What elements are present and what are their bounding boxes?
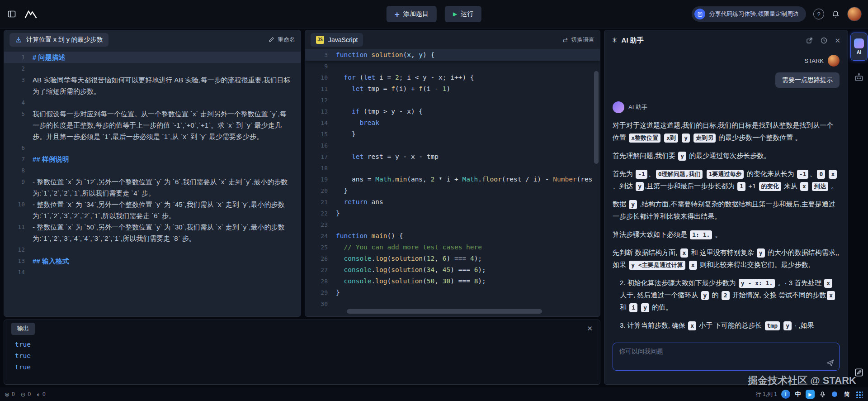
iflytek-input-icon[interactable]: i (781, 390, 790, 399)
chat-user-avatar[interactable] (828, 55, 840, 67)
ime-simplified-icon[interactable]: 简 (842, 390, 851, 399)
code-line[interactable]: 18 (305, 162, 600, 174)
promo-banner[interactable]: 分享代码练习体验,领限量定制周边 (692, 6, 806, 22)
code-line[interactable]: 17 let rest = y - x - tmp (305, 151, 600, 162)
inline-code-chip: i (629, 303, 637, 312)
code-panel: JS JavaScript ⇄ 切换语言 3function solution(… (305, 30, 600, 317)
code-line[interactable]: 11 let tmp = f(i) + f(i - 1) (305, 83, 600, 95)
rename-button[interactable]: 重命名 (268, 36, 295, 44)
ai-assistant-toggle-button[interactable]: AI (850, 33, 868, 61)
code-line[interactable]: 9 (305, 61, 600, 72)
warning-count[interactable]: ⊙0 (21, 391, 31, 398)
pencil-icon (268, 37, 274, 43)
help-icon[interactable]: ? (813, 9, 824, 19)
markdown-row[interactable]: 3AB 实验同学每天都很苦恼如何可以更好地进行 AB 实验,每一步的流程很重要,… (4, 74, 301, 97)
switch-language-button[interactable]: ⇄ 切换语言 (562, 36, 594, 44)
code-text (336, 219, 600, 230)
code-line[interactable]: 25 // You can add more test cases here (305, 242, 600, 253)
juejin-logo-icon[interactable] (24, 9, 37, 19)
code-line[interactable]: 23 (305, 219, 600, 230)
sticky-code-line[interactable]: 3function solution(x, y) { (305, 49, 600, 61)
code-line[interactable]: 13 if (tmp > y - x) { (305, 106, 600, 117)
error-count[interactable]: ⊗0 (5, 391, 15, 398)
code-token: console (344, 266, 371, 273)
run-button[interactable]: ▶ 运行 (445, 6, 481, 22)
code-token: ; i < y - x; i++) { (399, 74, 474, 81)
inline-code-chip: y (636, 182, 644, 191)
code-line[interactable]: 24function main() { (305, 230, 600, 242)
history-icon[interactable] (820, 37, 828, 44)
vertical-scrollbar[interactable] (594, 71, 599, 164)
code-editor[interactable]: 3function solution(x, y) { 910 for (let … (305, 49, 600, 316)
markdown-row[interactable]: 9- 整数位置 `x` 为 `12`,另外一个整数位置 `y` 为 `6`,我们… (4, 176, 301, 199)
code-line[interactable]: 15 } (305, 129, 600, 140)
markdown-text (33, 63, 301, 74)
code-token: ( (423, 255, 427, 262)
markdown-row[interactable]: 7## 样例说明 (4, 153, 301, 165)
code-line[interactable]: 29} (305, 287, 600, 298)
code-line[interactable]: 12 (305, 95, 600, 106)
inline-code-chip: x (827, 291, 835, 300)
code-token: () { (387, 232, 403, 239)
markdown-row[interactable]: 8 (4, 165, 301, 176)
share-icon[interactable] (806, 37, 813, 44)
code-token: ) (446, 85, 450, 92)
assistant-paragraph: 首先为 -1、0理解问题,我们 1要通过每步 的变化来从长为 -1、0 x 、到… (613, 167, 840, 192)
code-line[interactable]: 19 ans = Math.min(ans, 2 * i + Math.floo… (305, 174, 600, 185)
dots-grid-icon[interactable] (854, 390, 863, 399)
blue-dot-icon[interactable] (830, 390, 839, 399)
close-icon[interactable]: ✕ (835, 37, 840, 44)
code-line[interactable]: 16 (305, 140, 600, 151)
ime-chinese-icon[interactable]: 中 (793, 390, 802, 399)
markdown-row[interactable]: 5我们假设每一步对应到每一个位置。从一个整数位置 `x` 走到另外一个整数位置 … (4, 108, 301, 142)
markdown-row[interactable]: 6 (4, 142, 301, 153)
markdown-row[interactable]: 12 (4, 244, 301, 255)
output-tab[interactable]: 输出 (11, 323, 35, 335)
user-message-bubble: 需要一点思路提示 (775, 72, 840, 88)
chat-input[interactable]: 你可以问我问题 (613, 343, 840, 371)
cursor-position[interactable]: 行 1,列 1 (756, 391, 777, 398)
send-icon[interactable] (826, 358, 835, 367)
user-avatar[interactable] (847, 7, 862, 21)
markdown-row[interactable]: 11- 整数位置 `x` 为 `50`,另外一个整数位置 `y` 为 `30`,… (4, 221, 301, 244)
markdown-row[interactable]: 13## 输入格式 (4, 255, 301, 267)
problem-title-chip[interactable]: 计算位置 x 到 y 的最少步数 (9, 33, 108, 47)
line-number: 3 (4, 74, 33, 86)
chat-user-row: STARK (613, 55, 840, 67)
code-line[interactable]: 27 console.log(solution(34, 45) === 6); (305, 264, 600, 276)
microphone-icon[interactable] (818, 390, 827, 399)
problem-panel: 计算位置 x 到 y 的最少步数 重命名 1# 问题描述23AB 实验同学每天都… (4, 30, 301, 317)
code-line[interactable]: 10 for (let i = 2; i < y - x; i++) { (305, 72, 600, 83)
add-problem-button[interactable]: + 添加题目 (387, 6, 437, 22)
inline-code-chip: y (783, 321, 792, 330)
markdown-row[interactable]: 2 (4, 63, 301, 74)
markdown-text: - 整数位置 `x` 为 `34`,另外一个整数位置 `y` 为 `45`,我们… (33, 199, 301, 221)
line-number: 15 (305, 129, 336, 140)
code-line[interactable]: 30 (305, 298, 600, 310)
bell-icon[interactable] (831, 10, 840, 19)
inline-code-chip: 1 (737, 182, 745, 191)
code-token: * i + (434, 176, 462, 183)
code-line[interactable]: 14 break (305, 117, 600, 129)
markdown-row[interactable]: 1# 问题描述 (4, 52, 301, 63)
horizontal-scrollbar[interactable] (347, 309, 542, 314)
robot-plugin-icon[interactable] (854, 72, 864, 82)
markdown-editor[interactable]: 1# 问题描述23AB 实验同学每天都很苦恼如何可以更好地进行 AB 实验,每一… (4, 49, 301, 316)
code-line[interactable]: 20 } (305, 185, 600, 196)
markdown-row[interactable]: 14 (4, 267, 301, 278)
code-panel-header: JS JavaScript ⇄ 切换语言 (305, 30, 600, 49)
code-line[interactable]: 28 console.log(solution(50, 30) === 8); (305, 276, 600, 287)
info-count[interactable]: ◐0 (37, 391, 46, 398)
markdown-row[interactable]: 4 (4, 97, 301, 108)
bird-app-icon[interactable]: ▶ (806, 390, 815, 399)
tab-javascript[interactable]: JS JavaScript (311, 33, 363, 47)
line-number: 17 (305, 151, 336, 162)
markdown-row[interactable]: 10- 整数位置 `x` 为 `34`,另外一个整数位置 `y` 为 `45`,… (4, 199, 301, 221)
code-line[interactable]: 26 console.log(solution(12, 6) === 4); (305, 253, 600, 264)
collapse-sidebar-icon[interactable] (7, 10, 16, 19)
ai-panel-title: ✳ AI 助手 (612, 36, 644, 45)
statusbar-right: 行 1,列 1 i 中 ▶ 简 (756, 390, 863, 399)
code-line[interactable]: 21 return ans (305, 196, 600, 208)
output-close-icon[interactable]: ✕ (587, 325, 593, 333)
code-line[interactable]: 22} (305, 208, 600, 219)
